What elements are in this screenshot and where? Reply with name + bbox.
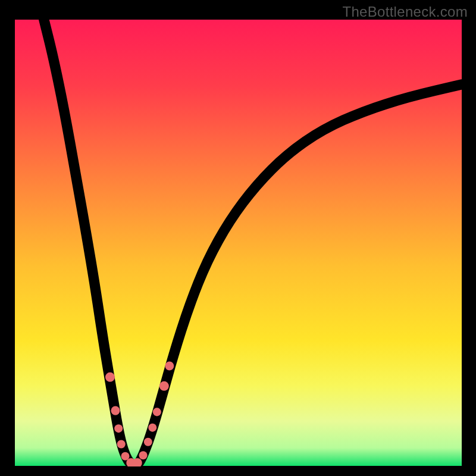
data-marker bbox=[159, 381, 169, 391]
chart-svg bbox=[15, 20, 462, 466]
data-marker bbox=[148, 424, 156, 432]
plot-area bbox=[15, 20, 462, 466]
curve-left-branch bbox=[44, 20, 136, 465]
chart-frame: TheBottleneck.com bbox=[0, 0, 476, 476]
watermark-text: TheBottleneck.com bbox=[342, 4, 468, 20]
data-marker bbox=[165, 362, 174, 371]
data-marker bbox=[144, 438, 152, 446]
curve-right-branch bbox=[136, 84, 462, 466]
data-marker bbox=[105, 372, 115, 382]
data-marker bbox=[153, 408, 161, 416]
data-marker bbox=[114, 424, 123, 433]
data-marker bbox=[111, 406, 120, 415]
data-marker bbox=[139, 451, 148, 459]
data-marker bbox=[117, 440, 126, 448]
